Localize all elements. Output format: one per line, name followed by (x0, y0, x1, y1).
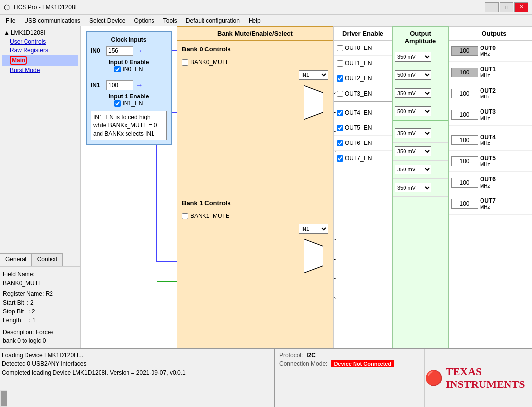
title-bar-left: ⬡ TICS Pro - LMK1D1208I (4, 3, 76, 11)
menu-item-help[interactable]: Help (245, 15, 265, 26)
tab-context[interactable]: Context (32, 253, 63, 266)
sidebar-root-label: LMK1D1208I (11, 29, 45, 36)
output-label-container-out4: OUT4MHz (480, 134, 496, 146)
sidebar-item-burst-mode[interactable]: Burst Mode (2, 66, 78, 74)
in0-label: IN0 (91, 48, 104, 54)
log-scrollbar[interactable] (0, 390, 7, 407)
output-field-out6[interactable] (451, 178, 478, 188)
output-name-out2: OUT2 (480, 87, 496, 94)
amplitude-select-out3[interactable]: 350 mV500 mV200 mV100 mV (395, 106, 431, 116)
outputs-panel: Outputs OUT0MHzOUT1MHzOUT2MHzOUT3MHzOUT4… (449, 26, 532, 348)
sidebar-item-raw-registers[interactable]: Raw Registers (2, 46, 78, 55)
bank0-mute-checkbox[interactable] (182, 59, 188, 66)
output-label-container-out0: OUT0MHz (480, 45, 496, 57)
connection-status-badge: Device Not Connected (331, 360, 394, 367)
in0-enable-label: Input 0 Enable (91, 59, 167, 66)
log-content: Loading Device LMK1D1208I...Detected 0 U… (0, 349, 274, 390)
minimize-button[interactable]: — (485, 2, 499, 12)
driver-checkbox-out1[interactable] (337, 60, 343, 67)
in1-en-checkbox[interactable] (114, 100, 121, 107)
amplitude-select-out6[interactable]: 350 mV500 mV200 mV100 mV (395, 165, 431, 174)
tree-arrow-icon: ▲ (4, 29, 10, 36)
in0-en-checkbox[interactable] (114, 66, 121, 72)
driver-checkbox-out0[interactable] (337, 45, 343, 51)
driver-row-out4: OUT4_EN (334, 105, 392, 120)
sidebar-item-user-controls[interactable]: User Controls (2, 37, 78, 46)
menu-item-tools[interactable]: Tools (159, 15, 181, 26)
output-field-out4[interactable] (451, 135, 478, 145)
in1-enable-label: Input 1 Enable (91, 93, 167, 100)
sidebar-item-root[interactable]: ▲ LMK1D1208I (2, 28, 78, 37)
driver-checkbox-out6[interactable] (337, 140, 343, 146)
in0-en-row: IN0_EN (91, 66, 167, 72)
output-row-out2: OUT2MHz (449, 83, 532, 104)
output-field-out1[interactable] (451, 68, 478, 77)
amplitude-row-out3: 350 mV500 mV200 mV100 mV (393, 102, 448, 120)
in0-en-label: IN0_EN (122, 66, 143, 72)
output-amplitude-panel: OutputAmplitude 350 mV500 mV200 mV100 mV… (392, 26, 449, 348)
driver-label-out5: OUT5_EN (345, 124, 372, 131)
window-title: TICS Pro - LMK1D1208I (13, 4, 76, 11)
in1-label: IN1 (91, 82, 104, 89)
menu-bar: FileUSB communicationsSelect DeviceOptio… (0, 15, 532, 26)
driver-checkbox-out2[interactable] (337, 75, 343, 82)
bank1-mute-checkbox[interactable] (182, 213, 188, 219)
menu-item-default-config[interactable]: Default configuration (182, 15, 244, 26)
amplitude-row-out2: 350 mV500 mV200 mV100 mV (393, 84, 448, 102)
driver-checkbox-out5[interactable] (337, 125, 343, 131)
output-name-out6: OUT6 (480, 176, 496, 183)
tab-general[interactable]: General (0, 253, 32, 266)
main-label-circled: Main (10, 56, 27, 65)
menu-item-file[interactable]: File (2, 15, 19, 26)
svg-marker-22 (304, 85, 323, 120)
svg-marker-23 (304, 239, 323, 273)
output-name-out5: OUT5 (480, 155, 496, 162)
bank0-mute-label: BANK0_MUTE (190, 59, 229, 66)
in1-input[interactable] (106, 80, 133, 90)
output-field-out2[interactable] (451, 89, 478, 98)
log-line: Completed loading Device LMK1D1208I. Ver… (2, 368, 272, 377)
driver-checkbox-out3[interactable] (337, 91, 343, 97)
amplitude-select-out2[interactable]: 350 mV500 mV200 mV100 mV (395, 88, 431, 98)
ti-logo-text: TEXAS INSTRUMENTS (446, 365, 527, 391)
amplitude-row-out5: 350 mV500 mV200 mV100 mV (393, 143, 448, 161)
menu-item-options[interactable]: Options (130, 15, 158, 26)
bank1-mux-shape (304, 237, 323, 276)
close-button[interactable]: ✕ (514, 2, 528, 12)
menu-item-select-device[interactable]: Select Device (85, 15, 129, 26)
bank0-title: Bank 0 Controls (182, 46, 328, 53)
output-field-out3[interactable] (451, 110, 478, 120)
output-field-out5[interactable] (451, 156, 478, 166)
protocol-label: Protocol: (279, 352, 303, 359)
bank0-mux-select[interactable]: IN1 IN0 (299, 70, 328, 80)
amplitude-select-out0[interactable]: 350 mV500 mV200 mV100 mV (395, 52, 431, 62)
driver-label-out4: OUT4_EN (345, 109, 372, 116)
driver-checkbox-out7[interactable] (337, 155, 343, 162)
amplitude-select-out5[interactable]: 350 mV500 mV200 mV100 mV (395, 146, 431, 156)
output-row-out1: OUT1MHz (449, 62, 532, 83)
main-layout: ▲ LMK1D1208I User Controls Raw Registers… (0, 26, 532, 348)
app-icon: ⬡ (4, 3, 10, 11)
amplitude-select-out1[interactable]: 350 mV500 mV200 mV100 mV (395, 70, 431, 80)
output-field-out7[interactable] (451, 199, 478, 209)
description-value: bank 0 to logic 0 (3, 336, 77, 345)
connection-mode-row: Connection Mode: Device Not Connected (279, 360, 419, 367)
ti-logo-icon: 🔴 (425, 369, 443, 386)
menu-item-usb[interactable]: USB communications (20, 15, 84, 26)
output-field-out0[interactable] (451, 46, 478, 56)
maximize-button[interactable]: □ (500, 2, 513, 12)
amplitude-select-out4[interactable]: 350 mV500 mV200 mV100 mV (395, 128, 431, 138)
output-name-out1: OUT1 (480, 66, 496, 72)
sidebar: ▲ LMK1D1208I User Controls Raw Registers… (0, 26, 81, 348)
driver-row-out6: OUT6_EN (334, 136, 392, 151)
driver-checkbox-out4[interactable] (337, 110, 343, 116)
output-label-container-out7: OUT7MHz (480, 197, 496, 210)
output-row-out4: OUT4MHz (449, 130, 532, 151)
output-mhz-out1: MHz (480, 73, 496, 79)
bank1-mux-select[interactable]: IN1 IN0 (299, 224, 328, 234)
output-label-container-out1: OUT1MHz (480, 66, 496, 78)
amplitude-select-out7[interactable]: 350 mV500 mV200 mV100 mV (395, 183, 431, 192)
sidebar-item-main[interactable]: Main (2, 55, 78, 66)
in0-input[interactable] (106, 46, 133, 56)
driver-label-out6: OUT6_EN (345, 140, 372, 146)
